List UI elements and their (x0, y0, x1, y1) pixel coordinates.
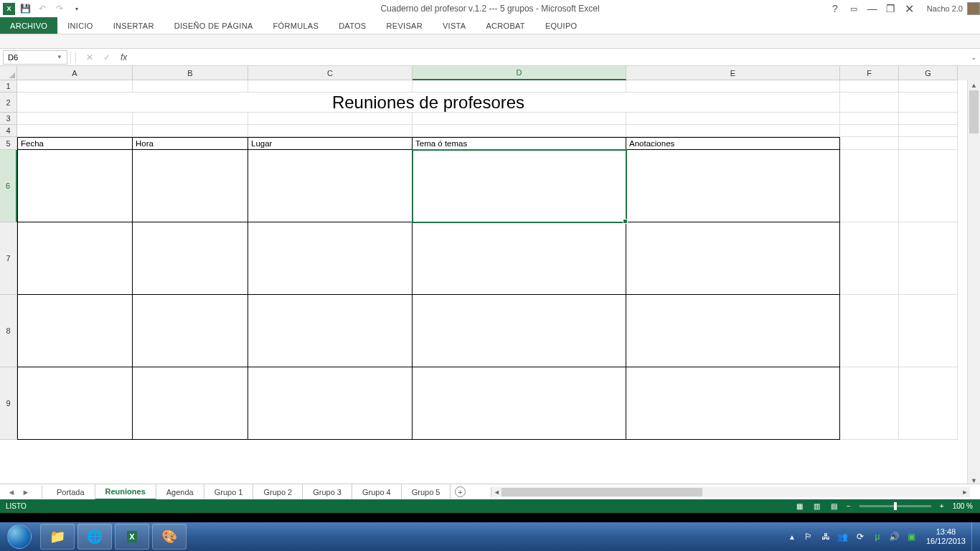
excel-app-icon[interactable]: X (3, 3, 15, 15)
cell-a1[interactable] (17, 80, 133, 93)
zoom-level[interactable]: 100 % (948, 502, 977, 510)
sheet-tab-reuniones[interactable]: Reuniones (95, 484, 156, 500)
sheet-tab-agenda[interactable]: Agenda (156, 484, 204, 500)
cell-d3[interactable] (413, 113, 626, 125)
name-box[interactable]: D6 ▼ (3, 50, 67, 65)
cell-b6[interactable] (133, 150, 248, 222)
sheet-tab-portada[interactable]: Portada (47, 484, 95, 500)
cell-d8[interactable] (413, 295, 626, 367)
horizontal-scroll-thumb[interactable] (501, 488, 702, 496)
header-fecha[interactable]: Fecha (17, 137, 133, 150)
header-lugar[interactable]: Lugar (248, 137, 413, 150)
zoom-out-icon[interactable]: − (844, 502, 854, 510)
header-anotaciones[interactable]: Anotaciones (626, 137, 840, 150)
cell-g8[interactable] (899, 295, 958, 367)
cell-e4[interactable] (626, 125, 840, 137)
cell-f8[interactable] (840, 295, 899, 367)
sheet-tab-grupo3[interactable]: Grupo 3 (303, 484, 352, 500)
cell-g1[interactable] (899, 80, 958, 93)
cell-e9[interactable] (626, 367, 840, 440)
header-hora[interactable]: Hora (133, 137, 248, 150)
undo-icon[interactable]: ↶ (35, 1, 50, 16)
cell-f5[interactable] (840, 137, 899, 150)
view-page-break-icon[interactable]: ▤ (826, 501, 842, 512)
name-box-dropdown-icon[interactable]: ▼ (57, 54, 62, 60)
fx-icon[interactable]: fx (116, 52, 127, 62)
sheet-nav-next-icon[interactable]: ► (20, 486, 32, 498)
sheet-title-cell[interactable]: Reuniones de profesores (17, 93, 840, 113)
show-desktop-button[interactable] (971, 522, 980, 551)
cell-f9[interactable] (840, 367, 899, 440)
tab-equipo[interactable]: EQUIPO (535, 17, 588, 34)
cell-c7[interactable] (248, 222, 413, 295)
row-header-8[interactable]: 8 (0, 295, 17, 367)
cell-c4[interactable] (248, 125, 413, 137)
cell-b9[interactable] (133, 367, 248, 440)
cell-d7[interactable] (413, 222, 626, 295)
select-all-corner[interactable] (0, 66, 17, 80)
cell-g5[interactable] (899, 137, 958, 150)
cell-b7[interactable] (133, 222, 248, 295)
cell-a8[interactable] (17, 295, 133, 367)
start-button[interactable] (0, 522, 39, 551)
user-avatar[interactable] (967, 2, 980, 15)
hscroll-left-icon[interactable]: ◄ (491, 487, 501, 497)
cell-b8[interactable] (133, 295, 248, 367)
cell-c8[interactable] (248, 295, 413, 367)
cell-a3[interactable] (17, 113, 133, 125)
row-header-6[interactable]: 6 (0, 150, 17, 222)
cell-e3[interactable] (626, 113, 840, 125)
col-header-f[interactable]: F (840, 66, 899, 80)
tray-network-icon[interactable]: 🖧 (819, 530, 832, 543)
tab-formulas[interactable]: FÓRMULAS (263, 17, 329, 34)
zoom-in-icon[interactable]: + (937, 502, 947, 510)
cell-b3[interactable] (133, 113, 248, 125)
cell-g6[interactable] (899, 150, 958, 222)
redo-icon[interactable]: ↷ (52, 1, 67, 16)
row-header-4[interactable]: 4 (0, 125, 17, 137)
row-header-9[interactable]: 9 (0, 367, 17, 440)
tray-action-center-icon[interactable]: 🏳 (802, 530, 815, 543)
restore-icon[interactable]: ❐ (882, 1, 900, 16)
cell-c3[interactable] (248, 113, 413, 125)
cell-f3[interactable] (840, 113, 899, 125)
cell-e1[interactable] (626, 80, 840, 93)
tray-utorrent-icon[interactable]: μ (871, 530, 884, 543)
col-header-a[interactable]: A (17, 66, 133, 80)
taskbar-paint-icon[interactable]: 🎨 (152, 524, 187, 550)
view-page-layout-icon[interactable]: ▥ (809, 501, 825, 512)
sheet-tab-grupo5[interactable]: Grupo 5 (402, 484, 451, 500)
cell-a7[interactable] (17, 222, 133, 295)
sheet-tab-grupo2[interactable]: Grupo 2 (253, 484, 303, 500)
cell-a4[interactable] (17, 125, 133, 137)
sheet-nav-prev-icon[interactable]: ◄ (6, 486, 17, 498)
cell-d4[interactable] (413, 125, 626, 137)
tray-volume-icon[interactable]: 🔊 (888, 530, 901, 543)
vertical-scroll-thumb[interactable] (969, 90, 979, 133)
cell-c6[interactable] (248, 150, 413, 222)
enter-formula-icon[interactable]: ✓ (99, 51, 115, 64)
cell-a6[interactable] (17, 150, 133, 222)
tab-diseno[interactable]: DISEÑO DE PÁGINA (164, 17, 263, 34)
tab-revisar[interactable]: REVISAR (377, 17, 433, 34)
cell-g7[interactable] (899, 222, 958, 295)
formula-expand-icon[interactable]: ⌄ (967, 53, 980, 61)
tab-acrobat[interactable]: ACROBAT (476, 17, 534, 34)
cell-g3[interactable] (899, 113, 958, 125)
cell-d1[interactable] (413, 80, 626, 93)
col-header-d[interactable]: D (413, 66, 626, 80)
save-icon[interactable]: 💾 (18, 1, 32, 16)
col-header-b[interactable]: B (133, 66, 248, 80)
ribbon-display-icon[interactable]: ▭ (845, 1, 862, 16)
sheet-tab-grupo4[interactable]: Grupo 4 (352, 484, 402, 500)
close-icon[interactable]: ✕ (901, 1, 918, 16)
tab-datos[interactable]: DATOS (329, 17, 376, 34)
tab-insertar[interactable]: INSERTAR (103, 17, 164, 34)
row-header-1[interactable]: 1 (0, 80, 17, 93)
cell-a9[interactable] (17, 367, 133, 440)
col-header-e[interactable]: E (626, 66, 840, 80)
cell-f6[interactable] (840, 150, 899, 222)
taskbar-excel-icon[interactable]: X (115, 524, 149, 550)
tray-safely-remove-icon[interactable]: ▣ (905, 530, 918, 543)
cancel-formula-icon[interactable]: ✕ (82, 51, 98, 64)
